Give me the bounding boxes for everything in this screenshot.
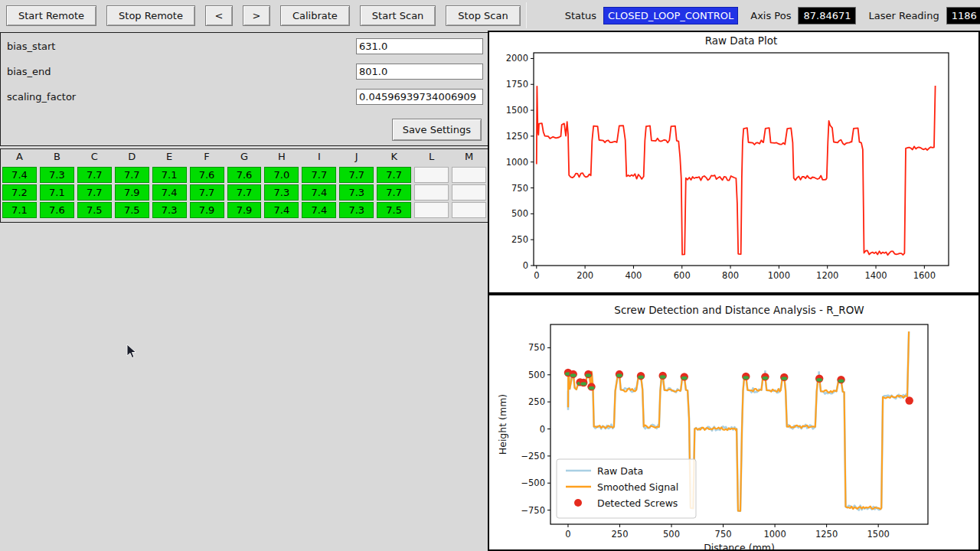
- svg-text:−750: −750: [521, 505, 545, 516]
- table-header-a: A: [1, 151, 38, 166]
- svg-text:1600: 1600: [913, 270, 936, 281]
- svg-text:1750: 1750: [506, 79, 528, 90]
- table-cell-e2: 7.4: [152, 184, 187, 201]
- app-window: Start RemoteStop Remote<>CalibrateStart …: [0, 0, 980, 551]
- svg-text:Screw Detection and Distance A: Screw Detection and Distance Analysis - …: [614, 304, 864, 316]
- start-remote-button[interactable]: Start Remote: [6, 5, 96, 26]
- table-header-f: F: [188, 151, 226, 166]
- bias-start-input[interactable]: [356, 38, 483, 54]
- svg-text:Height (mm): Height (mm): [497, 394, 508, 455]
- toolbar-divider: [526, 2, 527, 28]
- table-header-b: B: [38, 151, 76, 166]
- table-cell-h3: 7.4: [264, 202, 299, 218]
- table-cell-i1: 7.7: [302, 167, 336, 183]
- table-cell-c1: 7.7: [77, 167, 112, 183]
- table-cell-d3: 7.5: [115, 202, 149, 218]
- table-cell-a2: 7.2: [2, 184, 37, 201]
- table-cell-k1: 7.7: [377, 167, 411, 183]
- table-cell-i3: 7.4: [302, 202, 336, 218]
- table-cell-a3: 7.1: [2, 202, 37, 218]
- start-scan-button[interactable]: Start Scan: [360, 5, 436, 26]
- svg-text:Smoothed Signal: Smoothed Signal: [597, 481, 678, 493]
- svg-text:250: 250: [511, 234, 528, 245]
- svg-text:500: 500: [528, 370, 545, 380]
- toolbar-buttons: Start RemoteStop Remote<>CalibrateStart …: [6, 5, 521, 26]
- table-cell-g2: 7.7: [227, 184, 262, 201]
- table-cell-f1: 7.6: [190, 167, 224, 183]
- scaling-factor-input[interactable]: [356, 89, 483, 105]
- table-row-1: 7.47.37.77.77.17.67.67.07.77.77.7: [1, 166, 488, 184]
- save-settings-button[interactable]: Save Settings: [392, 119, 482, 141]
- table-cell-m2[interactable]: [452, 184, 486, 201]
- step-left-button[interactable]: <: [205, 5, 233, 26]
- svg-text:0: 0: [565, 529, 570, 540]
- table-header-c: C: [76, 151, 113, 166]
- svg-text:600: 600: [674, 270, 691, 281]
- svg-text:0: 0: [523, 260, 528, 271]
- stop-scan-button[interactable]: Stop Scan: [446, 5, 520, 26]
- raw-data-plot-panel: 0200400600800100012001400160002505007501…: [488, 31, 980, 294]
- svg-text:0: 0: [534, 270, 539, 281]
- table-cell-e3: 7.3: [152, 202, 187, 218]
- step-right-button[interactable]: >: [243, 5, 270, 26]
- svg-text:1250: 1250: [506, 131, 528, 142]
- table-cell-m1[interactable]: [452, 167, 486, 183]
- table-header-m: M: [450, 151, 488, 166]
- table-cell-b2: 7.1: [40, 184, 74, 201]
- table-cell-j1: 7.7: [339, 167, 374, 183]
- status-value: CLOSED_LOOP_CONTROL: [603, 7, 738, 24]
- table-header-i: I: [300, 151, 338, 166]
- svg-text:750: 750: [511, 183, 528, 194]
- table-cell-l3[interactable]: [414, 202, 449, 218]
- svg-text:1500: 1500: [506, 105, 528, 116]
- table-cell-f3: 7.9: [190, 202, 224, 218]
- table-cell-h1: 7.0: [264, 167, 299, 183]
- svg-text:Raw Data Plot: Raw Data Plot: [705, 34, 778, 47]
- svg-text:−500: −500: [521, 478, 545, 488]
- table-row-2: 7.27.17.77.97.47.77.77.37.47.37.7: [1, 184, 488, 201]
- table-cell-l1[interactable]: [414, 167, 449, 183]
- table-cell-k3: 7.5: [377, 202, 411, 218]
- svg-text:1000: 1000: [506, 157, 528, 168]
- table-header-j: J: [338, 151, 375, 166]
- screw-detection-panel: 0250500750100012501500−750−500−250025050…: [488, 294, 980, 551]
- status-label: Status: [565, 10, 596, 21]
- svg-text:500: 500: [663, 529, 680, 540]
- bias-end-input[interactable]: [356, 64, 483, 80]
- svg-text:1500: 1500: [867, 529, 890, 540]
- settings-panel: bias_start bias_end scaling_factor Save …: [0, 32, 488, 146]
- table-cell-d2: 7.9: [115, 184, 149, 201]
- svg-text:2000: 2000: [506, 53, 528, 64]
- svg-text:0: 0: [540, 424, 545, 435]
- svg-text:1000: 1000: [768, 270, 790, 281]
- svg-text:200: 200: [577, 270, 593, 281]
- table-header-e: E: [151, 151, 188, 166]
- svg-text:1000: 1000: [763, 529, 786, 540]
- table-cell-f2: 7.7: [190, 184, 224, 201]
- table-cell-k2: 7.7: [377, 184, 411, 201]
- table-cell-l2[interactable]: [414, 184, 449, 201]
- table-cell-j2: 7.3: [339, 184, 374, 201]
- table-header-d: D: [113, 151, 151, 166]
- table-header-k: K: [375, 151, 413, 166]
- table-cell-g1: 7.6: [227, 167, 262, 183]
- calibrate-button[interactable]: Calibrate: [280, 5, 350, 26]
- table-cell-i2: 7.4: [302, 184, 336, 201]
- measurement-table: ABCDEFGHIJKLM7.47.37.77.77.17.67.67.07.7…: [0, 148, 488, 223]
- svg-text:400: 400: [625, 270, 642, 281]
- table-cell-b1: 7.3: [40, 167, 74, 183]
- stop-remote-button[interactable]: Stop Remote: [106, 5, 195, 26]
- mouse-cursor: [126, 344, 138, 360]
- svg-text:1200: 1200: [816, 270, 838, 281]
- svg-text:1400: 1400: [864, 270, 887, 281]
- svg-text:−250: −250: [521, 451, 545, 461]
- raw-data-plot: 0200400600800100012001400160002505007501…: [489, 32, 978, 292]
- table-cell-j3: 7.3: [339, 202, 374, 218]
- svg-text:Distance (mm): Distance (mm): [704, 542, 775, 549]
- table-cell-m3[interactable]: [452, 202, 486, 218]
- scaling-factor-label: scaling_factor: [7, 91, 76, 103]
- axis-pos-label: Axis Pos: [750, 10, 791, 21]
- table-cell-b3: 7.6: [40, 202, 74, 218]
- svg-text:750: 750: [528, 342, 545, 353]
- laser-reading-label: Laser Reading: [868, 10, 939, 21]
